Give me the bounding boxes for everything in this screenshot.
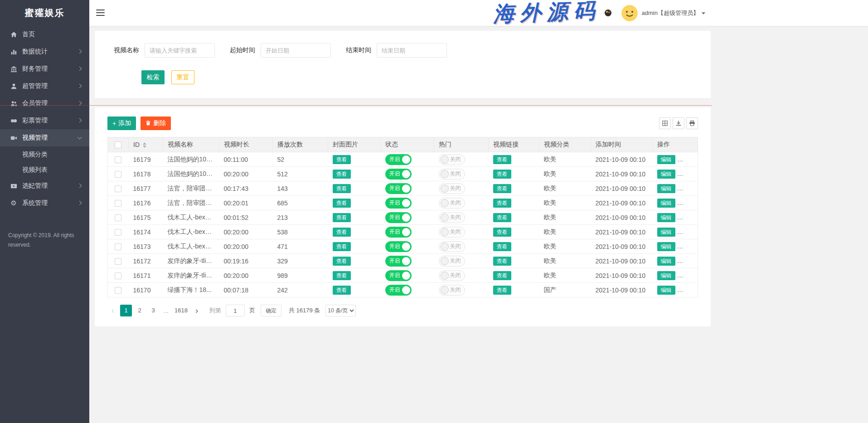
row-checkbox[interactable] bbox=[115, 229, 121, 236]
delete-row-button[interactable]: 删除 bbox=[679, 228, 697, 237]
link-view-button[interactable]: 查看 bbox=[493, 242, 511, 251]
cover-view-button[interactable]: 查看 bbox=[333, 155, 351, 164]
print-icon[interactable] bbox=[686, 117, 698, 129]
sidebar-item-home[interactable]: 首页 bbox=[0, 26, 89, 43]
sidebar-item-video-management[interactable]: 视频管理 bbox=[0, 129, 89, 146]
cover-view-button[interactable]: 查看 bbox=[333, 170, 351, 179]
hot-toggle[interactable]: 关闭 bbox=[439, 227, 465, 238]
delete-row-button[interactable]: 删除 bbox=[679, 155, 697, 164]
edit-button[interactable]: 编辑 bbox=[657, 228, 675, 237]
delete-row-button[interactable]: 删除 bbox=[679, 199, 697, 208]
link-view-button[interactable]: 查看 bbox=[493, 286, 511, 295]
sidebar-item-lottery[interactable]: 彩票管理 bbox=[0, 112, 89, 129]
delete-row-button[interactable]: 删除 bbox=[679, 170, 697, 179]
sidebar-item-finance[interactable]: 财务管理 bbox=[0, 60, 89, 78]
cover-view-button[interactable]: 查看 bbox=[333, 199, 351, 208]
sidebar-item-video-list[interactable]: 视频列表 bbox=[0, 162, 89, 177]
edit-button[interactable]: 编辑 bbox=[657, 155, 675, 164]
confirm-jump-button[interactable]: 确定 bbox=[261, 305, 281, 316]
sort-icon[interactable] bbox=[143, 142, 146, 148]
edit-button[interactable]: 编辑 bbox=[657, 271, 675, 280]
row-checkbox[interactable] bbox=[115, 243, 121, 250]
prev-page-button[interactable]: ‹ bbox=[107, 305, 118, 316]
cover-view-button[interactable]: 查看 bbox=[333, 286, 351, 295]
status-toggle[interactable]: 开启 bbox=[385, 169, 412, 180]
edit-button[interactable]: 编辑 bbox=[657, 170, 675, 179]
username-label[interactable]: admin【超级管理员】 bbox=[642, 9, 699, 17]
next-page-button[interactable]: › bbox=[191, 305, 202, 316]
menu-toggle-icon[interactable] bbox=[96, 10, 105, 18]
reset-button[interactable]: 重置 bbox=[171, 70, 194, 84]
end-date-input[interactable] bbox=[377, 43, 447, 58]
link-view-button[interactable]: 查看 bbox=[493, 199, 511, 208]
row-checkbox[interactable] bbox=[115, 272, 121, 279]
status-toggle[interactable]: 开启 bbox=[385, 154, 412, 165]
edit-button[interactable]: 编辑 bbox=[657, 257, 675, 266]
cover-view-button[interactable]: 查看 bbox=[333, 228, 351, 237]
hot-toggle[interactable]: 关闭 bbox=[439, 285, 465, 296]
hot-toggle[interactable]: 关闭 bbox=[439, 256, 465, 267]
hot-toggle[interactable]: 关闭 bbox=[439, 270, 465, 281]
row-checkbox[interactable] bbox=[115, 258, 121, 265]
status-toggle[interactable]: 开启 bbox=[385, 183, 412, 194]
row-checkbox[interactable] bbox=[115, 185, 121, 192]
row-checkbox[interactable] bbox=[115, 171, 121, 178]
hot-toggle[interactable]: 关闭 bbox=[439, 169, 465, 180]
header-id[interactable]: ID bbox=[129, 137, 163, 152]
link-view-button[interactable]: 查看 bbox=[493, 170, 511, 179]
edit-button[interactable]: 编辑 bbox=[657, 286, 675, 295]
sidebar-item-members[interactable]: 会员管理 bbox=[0, 95, 89, 112]
cover-view-button[interactable]: 查看 bbox=[333, 242, 351, 251]
cover-view-button[interactable]: 查看 bbox=[333, 213, 351, 222]
edit-button[interactable]: 编辑 bbox=[657, 213, 675, 222]
delete-row-button[interactable]: 删除 bbox=[679, 213, 697, 222]
delete-row-button[interactable]: 删除 bbox=[679, 257, 697, 266]
row-checkbox[interactable] bbox=[115, 156, 121, 163]
status-toggle[interactable]: 开启 bbox=[385, 256, 412, 267]
sidebar-item-statistics[interactable]: 数据统计 bbox=[0, 43, 89, 60]
hot-toggle[interactable]: 关闭 bbox=[439, 198, 465, 209]
hot-toggle[interactable]: 关闭 bbox=[439, 241, 465, 252]
link-view-button[interactable]: 查看 bbox=[493, 228, 511, 237]
select-all-checkbox[interactable] bbox=[115, 141, 121, 148]
sidebar-item-superadmin[interactable]: 超管管理 bbox=[0, 78, 89, 95]
theme-icon[interactable] bbox=[605, 10, 611, 16]
link-view-button[interactable]: 查看 bbox=[493, 271, 511, 280]
search-button[interactable]: 检索 bbox=[141, 70, 165, 84]
hot-toggle[interactable]: 关闭 bbox=[439, 212, 465, 223]
sidebar-item-video-category[interactable]: 视频分类 bbox=[0, 146, 89, 162]
page-button-3[interactable]: 3 bbox=[147, 305, 159, 316]
sidebar-item-system[interactable]: ⚙ 系统管理 bbox=[0, 194, 89, 212]
sidebar-item-xuanfei[interactable]: 选妃管理 bbox=[0, 177, 89, 194]
link-view-button[interactable]: 查看 bbox=[493, 155, 511, 164]
batch-delete-button[interactable]: 删除 bbox=[141, 117, 171, 130]
per-page-select[interactable]: 10 条/页 bbox=[325, 305, 356, 316]
delete-row-button[interactable]: 删除 bbox=[679, 286, 697, 295]
status-toggle[interactable]: 开启 bbox=[385, 285, 412, 296]
status-toggle[interactable]: 开启 bbox=[385, 270, 412, 281]
page-button-1[interactable]: 1 bbox=[120, 305, 132, 316]
hot-toggle[interactable]: 关闭 bbox=[439, 154, 465, 165]
status-toggle[interactable]: 开启 bbox=[385, 198, 412, 209]
cover-view-button[interactable]: 查看 bbox=[333, 271, 351, 280]
edit-button[interactable]: 编辑 bbox=[657, 199, 675, 208]
delete-row-button[interactable]: 删除 bbox=[679, 242, 697, 251]
delete-row-button[interactable]: 删除 bbox=[679, 184, 697, 193]
edit-button[interactable]: 编辑 bbox=[657, 184, 675, 193]
delete-row-button[interactable]: 删除 bbox=[679, 271, 697, 280]
row-checkbox[interactable] bbox=[115, 287, 121, 294]
status-toggle[interactable]: 开启 bbox=[385, 227, 412, 238]
video-name-input[interactable] bbox=[145, 43, 215, 58]
cover-view-button[interactable]: 查看 bbox=[333, 184, 351, 193]
edit-button[interactable]: 编辑 bbox=[657, 242, 675, 251]
export-icon[interactable] bbox=[673, 117, 684, 129]
row-checkbox[interactable] bbox=[115, 214, 121, 221]
columns-icon[interactable] bbox=[659, 117, 671, 129]
jump-page-input[interactable] bbox=[226, 305, 245, 316]
status-toggle[interactable]: 开启 bbox=[385, 212, 412, 223]
hot-toggle[interactable]: 关闭 bbox=[439, 183, 465, 194]
status-toggle[interactable]: 开启 bbox=[385, 241, 412, 252]
page-button-2[interactable]: 2 bbox=[134, 305, 145, 316]
start-date-input[interactable] bbox=[261, 43, 331, 58]
link-view-button[interactable]: 查看 bbox=[493, 213, 511, 222]
